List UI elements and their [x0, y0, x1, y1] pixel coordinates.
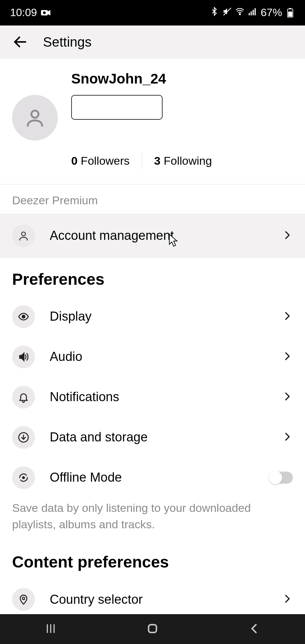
- arrow-left-icon: [12, 34, 28, 50]
- offline-mode-row[interactable]: Offline Mode: [0, 458, 305, 498]
- battery-percent: 67%: [261, 6, 282, 19]
- back-button[interactable]: [12, 34, 28, 50]
- account-icon: [12, 224, 35, 247]
- display-label: Display: [50, 309, 267, 324]
- chevron-right-icon: [281, 351, 293, 363]
- download-icon: [12, 426, 35, 449]
- notifications-row[interactable]: Notifications: [0, 377, 305, 417]
- record-icon: [41, 6, 50, 19]
- audio-row[interactable]: Audio: [0, 337, 305, 377]
- svg-point-12: [31, 110, 38, 117]
- app-bar: Settings: [0, 25, 305, 59]
- audio-label: Audio: [50, 350, 267, 364]
- svg-rect-10: [288, 11, 292, 16]
- data-storage-row[interactable]: Data and storage: [0, 417, 305, 458]
- divider: [142, 153, 142, 169]
- recent-apps-button[interactable]: [44, 622, 57, 637]
- display-row[interactable]: Display: [0, 297, 305, 337]
- offline-mode-description: Save data by only listening to your down…: [0, 498, 305, 541]
- chevron-right-icon: [281, 310, 293, 323]
- notifications-label: Notifications: [50, 390, 267, 404]
- android-nav-bar: [0, 614, 305, 644]
- plan-label: Deezer Premium: [0, 184, 305, 214]
- status-time: 10:09: [10, 6, 37, 19]
- svg-point-3: [239, 14, 241, 15]
- speaker-icon: [12, 345, 35, 368]
- status-bar: 10:09 67%: [0, 0, 305, 25]
- person-icon: [24, 107, 46, 128]
- profile-username: SnowJohn_24: [71, 71, 293, 87]
- preferences-heading: Preferences: [0, 258, 305, 297]
- content-preferences-heading: Content preferences: [0, 541, 305, 579]
- profile-section: SnowJohn_24 0 Followers 3 Following: [0, 59, 305, 184]
- page-title: Settings: [43, 35, 92, 50]
- signal-icon: [248, 6, 257, 19]
- svg-rect-5: [251, 11, 252, 15]
- offline-mode-toggle[interactable]: [269, 472, 293, 484]
- offline-icon: [12, 466, 35, 489]
- location-icon: [12, 588, 35, 611]
- svg-rect-7: [255, 8, 256, 15]
- profile-edit-button[interactable]: [71, 95, 163, 120]
- offline-mode-label: Offline Mode: [50, 470, 255, 485]
- chevron-right-icon: [281, 431, 293, 444]
- bluetooth-icon: [210, 6, 219, 19]
- account-management-label: Account management: [50, 228, 267, 243]
- chevron-right-icon: [281, 593, 293, 606]
- back-nav-button[interactable]: [248, 622, 261, 637]
- svg-rect-4: [249, 13, 250, 15]
- svg-rect-21: [148, 625, 156, 632]
- followers-link[interactable]: 0 Followers: [71, 154, 130, 167]
- wifi-icon: [235, 6, 245, 19]
- country-selector-label: Country selector: [50, 592, 267, 607]
- svg-point-16: [23, 477, 25, 479]
- country-selector-row[interactable]: Country selector: [0, 579, 305, 614]
- profile-avatar[interactable]: [12, 95, 58, 141]
- mute-icon: [222, 6, 232, 19]
- home-button[interactable]: [146, 622, 159, 637]
- svg-point-14: [22, 315, 25, 318]
- battery-icon: [286, 8, 295, 17]
- svg-point-17: [22, 597, 25, 600]
- chevron-right-icon: [281, 391, 293, 404]
- data-storage-label: Data and storage: [50, 430, 267, 444]
- chevron-right-icon: [281, 229, 293, 242]
- svg-point-13: [21, 232, 25, 235]
- following-link[interactable]: 3 Following: [154, 154, 212, 167]
- eye-icon: [12, 305, 35, 328]
- account-management-row[interactable]: Account management: [0, 214, 305, 258]
- bell-icon: [12, 386, 35, 409]
- svg-point-1: [43, 11, 46, 14]
- svg-rect-6: [253, 10, 254, 15]
